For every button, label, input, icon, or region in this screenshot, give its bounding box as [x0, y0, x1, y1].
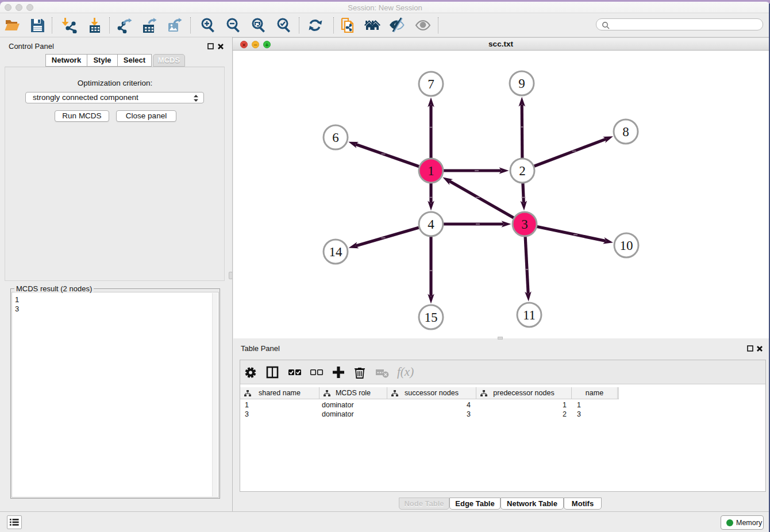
svg-text:14: 14 — [329, 245, 343, 259]
svg-text:4: 4 — [428, 217, 434, 232]
svg-text:11: 11 — [523, 308, 536, 322]
svg-text:6: 6 — [332, 130, 339, 145]
svg-text:2: 2 — [519, 164, 526, 178]
svg-text:8: 8 — [622, 125, 629, 139]
svg-text:7: 7 — [428, 77, 434, 91]
svg-text:1: 1 — [428, 164, 434, 178]
svg-text:15: 15 — [425, 310, 438, 325]
svg-text:3: 3 — [521, 217, 528, 232]
svg-text:10: 10 — [620, 238, 633, 253]
svg-text:9: 9 — [518, 76, 525, 91]
